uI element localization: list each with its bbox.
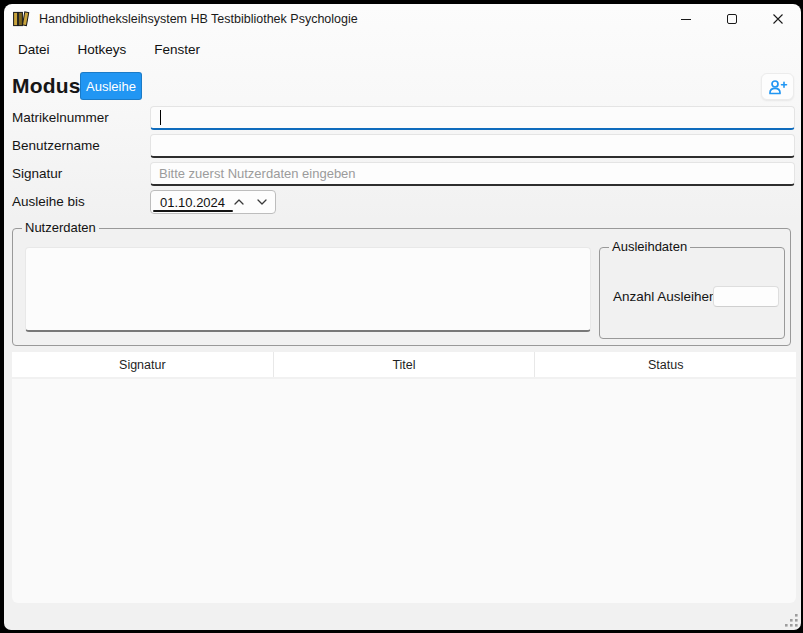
app-window: Handbibliotheksleihsystem HB Testbibliot… xyxy=(4,4,801,630)
close-icon xyxy=(772,13,784,25)
date-edit-underline xyxy=(153,210,233,212)
chevron-down-icon xyxy=(256,198,268,206)
nutzerdaten-groupbox: Nutzerdaten Ausleihdaten Anzahl Ausleihe… xyxy=(12,228,791,346)
caption-buttons xyxy=(663,4,801,34)
signatur-label: Signatur xyxy=(12,162,62,186)
title-bar: Handbibliotheksleihsystem HB Testbibliot… xyxy=(4,4,801,34)
resize-grip[interactable] xyxy=(785,614,799,628)
mode-ausleihe-button[interactable]: Ausleihe xyxy=(80,72,142,100)
ausleihdaten-group-title: Ausleihdaten xyxy=(609,239,690,255)
minimize-icon xyxy=(681,19,691,20)
person-plus-icon xyxy=(767,78,788,96)
close-button[interactable] xyxy=(755,4,801,34)
column-header-status[interactable]: Status xyxy=(534,352,796,377)
ausleihe-bis-date-spinner[interactable]: 01.10.2024 xyxy=(150,190,276,214)
form-row-signatur: Signatur xyxy=(12,162,795,186)
nutzerdaten-group-title: Nutzerdaten xyxy=(22,220,99,236)
ausleihe-bis-value[interactable]: 01.10.2024 xyxy=(151,195,225,210)
column-header-signatur[interactable]: Signatur xyxy=(12,352,273,377)
benutzername-field-frame xyxy=(150,134,795,158)
nutzerdaten-textarea[interactable] xyxy=(25,247,591,332)
benutzername-label: Benutzername xyxy=(12,134,100,158)
matrikelnummer-input[interactable] xyxy=(151,107,794,128)
text-caret xyxy=(160,110,161,125)
matrikelnummer-label: Matrikelnummer xyxy=(12,106,109,130)
chevron-up-icon xyxy=(233,198,245,206)
date-decrement-button[interactable] xyxy=(250,191,273,213)
benutzername-input[interactable] xyxy=(151,135,794,156)
form-row-benutzername: Benutzername xyxy=(12,134,795,158)
window-title: Handbibliotheksleihsystem HB Testbibliot… xyxy=(39,12,358,26)
form-row-matrikelnummer: Matrikelnummer xyxy=(12,106,795,130)
menu-bar: Datei Hotkeys Fenster xyxy=(4,34,801,65)
anzahl-ausleihen-label: Anzahl Ausleihen xyxy=(613,286,717,307)
ausleihdaten-groupbox: Ausleihdaten Anzahl Ausleihen xyxy=(599,247,785,339)
menu-hotkeys[interactable]: Hotkeys xyxy=(78,42,127,57)
ausleihe-bis-label: Ausleihe bis xyxy=(12,190,85,214)
add-user-button[interactable] xyxy=(761,73,794,100)
mode-heading: Modus xyxy=(12,70,81,102)
column-header-titel[interactable]: Titel xyxy=(273,352,535,377)
signatur-input[interactable] xyxy=(151,163,794,184)
maximize-icon xyxy=(727,14,737,24)
menu-datei[interactable]: Datei xyxy=(18,42,50,57)
matrikelnummer-field-frame xyxy=(150,106,795,130)
books-app-icon xyxy=(12,10,30,28)
items-table-body xyxy=(12,379,796,603)
anzahl-ausleihen-input[interactable] xyxy=(713,286,779,307)
menu-fenster[interactable]: Fenster xyxy=(154,42,200,57)
form-row-ausleihe-bis: Ausleihe bis 01.10.2024 xyxy=(12,190,795,214)
maximize-button[interactable] xyxy=(709,4,755,34)
items-table-header: Signatur Titel Status xyxy=(12,352,796,377)
signatur-field-frame xyxy=(150,162,795,186)
desktop-backdrop: { "window": { "title": "Handbibliotheksl… xyxy=(0,0,803,633)
minimize-button[interactable] xyxy=(663,4,709,34)
